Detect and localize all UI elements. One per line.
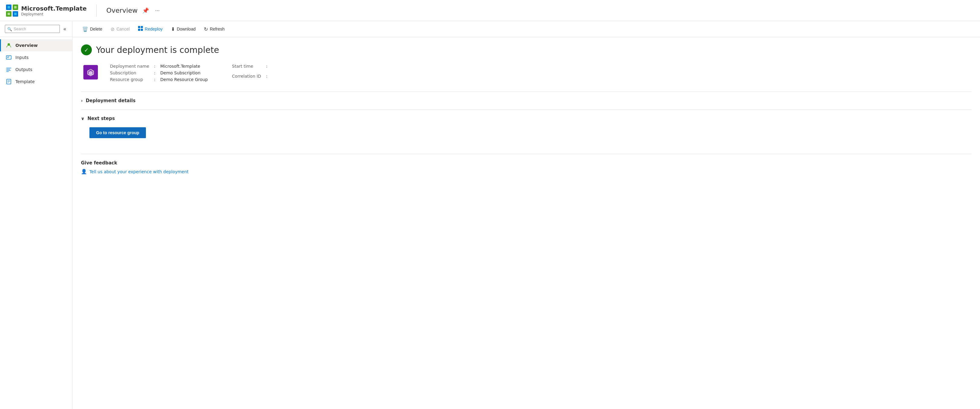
resource-group-colon: : bbox=[154, 77, 156, 82]
deployment-details-chevron: › bbox=[81, 98, 83, 103]
sidebar-outputs-label: Outputs bbox=[15, 67, 32, 72]
cancel-button[interactable]: ⊘ Cancel bbox=[107, 24, 133, 34]
cancel-icon: ⊘ bbox=[111, 26, 115, 32]
inputs-icon bbox=[6, 54, 12, 61]
delete-button[interactable]: 🗑️ Delete bbox=[78, 24, 106, 34]
sidebar-item-overview[interactable]: Overview bbox=[0, 39, 72, 51]
resource-group-value: Demo Resource Group bbox=[161, 77, 208, 82]
goto-resource-group-button[interactable]: Go to resource group bbox=[89, 127, 146, 138]
feedback-link-text: Tell us about your experience with deplo… bbox=[89, 169, 189, 174]
outputs-icon bbox=[6, 67, 12, 73]
overview-icon bbox=[6, 42, 12, 48]
next-steps-content: Go to resource group bbox=[81, 122, 972, 141]
svg-rect-22 bbox=[138, 29, 140, 31]
search-input[interactable] bbox=[5, 25, 60, 33]
svg-rect-9 bbox=[6, 56, 11, 59]
next-steps-section: ∨ Next steps Go to resource group bbox=[81, 109, 972, 145]
redeploy-icon bbox=[138, 26, 143, 32]
download-icon: ⬇ bbox=[171, 26, 175, 32]
header: Microsoft.Template Deployment Overview 📌… bbox=[0, 0, 980, 21]
app-shell: Microsoft.Template Deployment Overview 📌… bbox=[0, 0, 980, 409]
status-check-icon: ✓ bbox=[81, 45, 92, 55]
redeploy-label: Redeploy bbox=[145, 27, 162, 32]
deployment-status: ✓ Your deployment is complete bbox=[81, 45, 972, 55]
svg-marker-4 bbox=[8, 6, 10, 8]
delete-icon: 🗑️ bbox=[82, 26, 88, 32]
svg-marker-6 bbox=[8, 13, 10, 15]
header-title-group: Microsoft.Template Deployment bbox=[21, 5, 87, 16]
header-subtitle: Deployment bbox=[21, 12, 87, 16]
deployment-info: Deployment name : Microsoft.Template Sub… bbox=[81, 64, 972, 82]
redeploy-button[interactable]: Redeploy bbox=[134, 24, 166, 34]
sidebar-item-outputs[interactable]: Outputs bbox=[0, 64, 72, 75]
info-grid-left: Deployment name : Microsoft.Template Sub… bbox=[110, 64, 208, 82]
sidebar-item-inputs[interactable]: Inputs bbox=[0, 51, 72, 64]
more-options-button[interactable]: ··· bbox=[154, 6, 161, 15]
correlation-id-colon: : bbox=[266, 74, 267, 78]
start-time-label: Start time bbox=[232, 64, 261, 69]
deployment-resource-icon bbox=[83, 65, 98, 80]
sidebar-template-label: Template bbox=[15, 79, 35, 84]
header-page-title-group: Overview 📌 ··· bbox=[107, 6, 974, 15]
header-divider bbox=[96, 5, 97, 17]
subscription-colon: : bbox=[154, 70, 156, 75]
overview-body: ✓ Your deployment is complete D bbox=[73, 37, 980, 182]
deployment-complete-title: Your deployment is complete bbox=[96, 45, 219, 55]
sidebar-inputs-label: Inputs bbox=[15, 55, 29, 60]
refresh-label: Refresh bbox=[210, 27, 224, 32]
header-logo: Microsoft.Template Deployment bbox=[6, 5, 87, 17]
sidebar-overview-label: Overview bbox=[15, 43, 38, 48]
search-wrap: 🔍 bbox=[5, 25, 60, 33]
sidebar-nav: Overview Inputs bbox=[0, 37, 72, 90]
deployment-details-header[interactable]: › Deployment details bbox=[81, 97, 972, 105]
next-steps-chevron: ∨ bbox=[81, 116, 84, 121]
header-main-title: Microsoft.Template bbox=[21, 5, 87, 12]
svg-rect-21 bbox=[141, 26, 143, 28]
refresh-button[interactable]: ↻ Refresh bbox=[200, 24, 228, 34]
feedback-section: Give feedback 👤 Tell us about your exper… bbox=[81, 154, 972, 174]
feedback-link[interactable]: 👤 Tell us about your experience with dep… bbox=[81, 169, 972, 174]
deployment-name-value: Microsoft.Template bbox=[161, 64, 208, 69]
template-icon bbox=[6, 78, 12, 85]
deployment-name-colon: : bbox=[154, 64, 156, 69]
deployment-name-label: Deployment name bbox=[110, 64, 149, 69]
sidebar-search-container: 🔍 « bbox=[0, 21, 72, 37]
svg-marker-7 bbox=[14, 13, 17, 15]
content-area: 🔍 « Overview bbox=[0, 21, 980, 409]
resource-group-label: Resource group bbox=[110, 77, 149, 82]
info-columns: Deployment name : Microsoft.Template Sub… bbox=[110, 64, 272, 82]
info-grid-right: Start time : Correlation ID : bbox=[232, 64, 272, 82]
azure-logo-icon bbox=[6, 5, 18, 17]
collapse-sidebar-button[interactable]: « bbox=[62, 25, 67, 33]
download-button[interactable]: ⬇ Download bbox=[167, 24, 199, 34]
toolbar: 🗑️ Delete ⊘ Cancel bbox=[73, 21, 980, 37]
subscription-value: Demo Subscription bbox=[161, 70, 208, 75]
correlation-id-label: Correlation ID bbox=[232, 74, 261, 78]
pin-button[interactable]: 📌 bbox=[141, 6, 150, 15]
sidebar: 🔍 « Overview bbox=[0, 21, 73, 409]
deployment-details-section: › Deployment details bbox=[81, 92, 972, 109]
delete-label: Delete bbox=[90, 27, 102, 32]
main-content: 🗑️ Delete ⊘ Cancel bbox=[73, 21, 980, 409]
refresh-icon: ↻ bbox=[204, 26, 208, 32]
svg-marker-5 bbox=[14, 6, 17, 8]
feedback-person-icon: 👤 bbox=[81, 169, 87, 174]
feedback-title: Give feedback bbox=[81, 160, 972, 166]
sidebar-item-template[interactable]: Template bbox=[0, 75, 72, 88]
svg-rect-23 bbox=[141, 29, 143, 31]
svg-rect-20 bbox=[138, 26, 140, 28]
start-time-colon: : bbox=[266, 64, 267, 69]
download-label: Download bbox=[177, 27, 196, 32]
cancel-label: Cancel bbox=[116, 27, 130, 32]
next-steps-label: Next steps bbox=[87, 116, 115, 121]
deployment-details-label: Deployment details bbox=[86, 98, 136, 103]
next-steps-header[interactable]: ∨ Next steps bbox=[81, 115, 972, 122]
goto-resource-group-label: Go to resource group bbox=[96, 130, 139, 135]
svg-rect-16 bbox=[6, 79, 11, 84]
header-page-title: Overview bbox=[107, 6, 138, 14]
subscription-label: Subscription bbox=[110, 70, 149, 75]
